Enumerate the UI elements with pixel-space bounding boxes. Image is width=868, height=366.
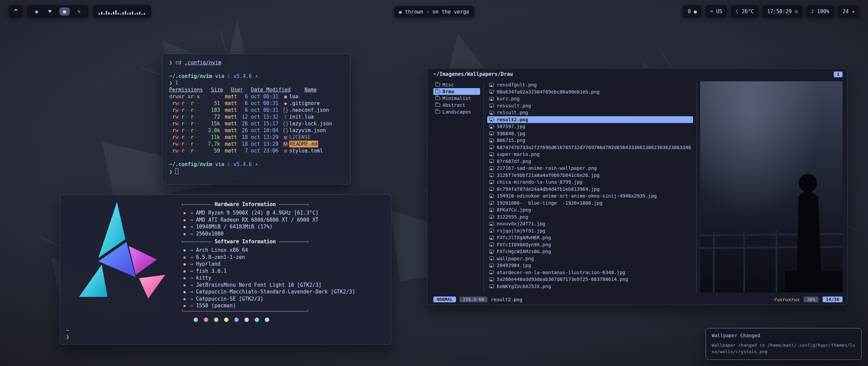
file-manager-window[interactable]: ~/Imagenes/Wallpapers/Draw 1 Misc Draw M… (427, 68, 848, 305)
file-row[interactable]: 3122955.png (487, 214, 693, 221)
image-file-icon (489, 284, 494, 288)
file-row[interactable]: resssult.png (487, 102, 693, 109)
column-header-size: Size (208, 86, 223, 93)
media-player-widget[interactable]: ◉ thrown - on the verge (394, 5, 474, 18)
list-position-badge: 14/38 (823, 297, 843, 302)
sidebar-folder[interactable]: Landscapes (433, 108, 480, 115)
file-row[interactable]: result2.png (487, 116, 693, 123)
image-file-icon (489, 145, 494, 149)
notification-popup[interactable]: Wallpaper Changed Wallpaper changed to /… (706, 328, 862, 360)
file-name: atardecer-en-la-montanas-ilustracion-634… (497, 270, 625, 275)
distro-logo (66, 199, 168, 304)
updates-icon: ● (694, 8, 697, 15)
image-file-icon (489, 125, 494, 128)
file-name: 587597.jpg (497, 124, 525, 129)
visualizer-bar (118, 13, 119, 15)
file-permissions: .rw-r--r-- (169, 141, 204, 147)
tab-indicator[interactable]: 1 (834, 72, 843, 77)
prompt-symbol: ❯ (169, 59, 172, 66)
workspace-button[interactable]: ◉ (33, 7, 40, 16)
json-icon: {} (282, 107, 289, 114)
file-row[interactable]: 154928-odinokoe_anime-art-anime-okno-sin… (487, 192, 693, 200)
file-name: chica-mirando-la-luna-8799.jpg (497, 179, 583, 185)
resolution-icon: ▪ (182, 230, 187, 238)
sidebar-folder[interactable]: Draw (433, 88, 480, 95)
file-row[interactable]: kurz.png (487, 95, 693, 102)
folder-icon (435, 110, 440, 114)
info-value: AMD ATI Radeon RX 6800/6800 XT / 6900 XT (196, 217, 318, 224)
volume-module[interactable]: ♪ 100% (806, 5, 834, 18)
file-row[interactable]: wallpaper.png (487, 255, 693, 262)
column-header-user: User (231, 86, 248, 93)
pane-divider (696, 81, 697, 292)
terminal-cursor[interactable] (175, 168, 178, 174)
visualizer-bar (106, 11, 107, 15)
file-row[interactable]: super-mario.png (487, 151, 693, 158)
memory-icon: ▪ (182, 223, 187, 230)
file-row[interactable]: FXfcHgcWIAMzs0G.png (487, 248, 693, 255)
keyboard-layout-module[interactable]: ⌨ US (705, 5, 727, 18)
file-owner: matt (225, 127, 242, 134)
file-row[interactable]: 587597.jpg (487, 123, 693, 130)
sidebar-folder[interactable]: Misc (433, 81, 480, 88)
updates-module[interactable]: 0 ● (683, 5, 702, 18)
image-file-icon (489, 194, 494, 198)
file-row[interactable]: 08a634fa02a32364f69ebc86a98eb1eb.png (487, 88, 693, 96)
file-manager-body: Misc Draw Minimalist Abstract (433, 81, 843, 292)
lua-version: v5.4.6 (234, 161, 252, 168)
file-row[interactable]: 20492984.jpg (487, 262, 693, 269)
image-file-icon (489, 83, 494, 87)
file-row[interactable]: 596848.jpg (487, 130, 693, 137)
sidebar-folder[interactable]: Abstract (433, 102, 480, 108)
info-line: ▪ → Hyprland (182, 261, 386, 268)
shell-icon: ▪ (182, 268, 187, 275)
info-line: ▪ → AMD Ryzen 9 5900X (24) @ 4.9GHz [61.… (182, 209, 386, 217)
sidebar-folder[interactable]: Minimalist (433, 95, 480, 102)
workspace-button[interactable]: ▣ (59, 7, 70, 16)
arrow-icon: → (190, 274, 193, 282)
terminal-window[interactable]: ❯ cd .config/nvim ~/.config/nvim via ☾ v… (162, 54, 351, 184)
file-row[interactable]: 866715.png (487, 137, 693, 144)
file-row[interactable]: 8FKa7Cu.jpeg (487, 206, 693, 214)
folder-icon: ◼ (282, 93, 289, 100)
file-row[interactable]: ressdfgult.png (487, 81, 693, 88)
color-swatch (194, 318, 198, 322)
file-row[interactable]: 3126f7e9bbf21a8a4af0b67b041c6e26.jpg (487, 172, 693, 179)
info-value: Hyprland (196, 261, 220, 268)
file-row[interactable]: 0c794faf07de24a4db4d4fb1eb813964.jpg (487, 186, 693, 193)
file-name: wallpaper.png (497, 256, 534, 261)
info-value: Arch Linux x86_64 (196, 247, 248, 254)
ls-row: drwxr-xr-x - matt 6 oct 00:31 ◼ lua (169, 93, 343, 100)
file-owner: matt (225, 134, 242, 141)
file-name: 3122955.png (497, 214, 528, 220)
file-row[interactable]: chica-mirando-la-luna-8799.jpg (487, 179, 693, 186)
notifications-module[interactable]: 24 ✦ (837, 5, 860, 18)
file-row[interactable]: nnvuv0xj2df71.jpg (487, 220, 693, 227)
file-row[interactable]: EeNKYgIUcAAJ5JX.png (487, 283, 693, 290)
image-file-icon (489, 264, 494, 267)
file-name: lazy-lock.json (289, 120, 332, 127)
file-row[interactable]: 68747470733a2f2f696d616765732d7769786d70… (487, 144, 693, 151)
clock-module[interactable]: 17:50:29 ◷ (762, 5, 803, 18)
image-file-icon (489, 229, 494, 232)
file-name: 866715.png (497, 138, 525, 143)
file-date: 6 oct 00:31 (242, 100, 282, 107)
file-row[interactable]: FXfcII0X0AQyn9X.png (487, 241, 693, 248)
file-row[interactable]: 217167-sad-anime-rain-wallpaper.png (487, 165, 693, 172)
lua-version: v5.4.6 (234, 73, 252, 80)
file-row[interactable]: 87r687df.png (487, 158, 693, 165)
notification-count: 24 (843, 8, 849, 15)
file-row[interactable]: 5a266e448add93deab367d87173e9f25-6837886… (487, 276, 693, 283)
file-row[interactable]: re1sult.png (487, 109, 693, 116)
workspace-button[interactable]: ✎ (75, 7, 83, 16)
launcher-button[interactable]: ^ (8, 5, 23, 18)
workspace-button[interactable]: ♥ (46, 7, 54, 16)
file-row[interactable]: rsjqojlmjhf91.jpg (487, 227, 693, 235)
file-row[interactable]: 19201080-__blue-tinge__-1920×1080.jpg (487, 200, 693, 207)
file-row[interactable]: atardecer-en-la-montanas-ilustracion-634… (487, 269, 693, 276)
workspace-switcher: ◉ ♥ ▣ ✎ (27, 5, 88, 18)
weather-module[interactable]: ☾ 26°C (730, 5, 759, 18)
file-row[interactable]: FXfcJlTXgAMvH6R.png (487, 234, 693, 241)
gear-icon: ⚙ (282, 147, 289, 154)
fastfetch-window[interactable]: Hardware Information ▪ → AMD Ryzen 9 590… (60, 194, 391, 345)
